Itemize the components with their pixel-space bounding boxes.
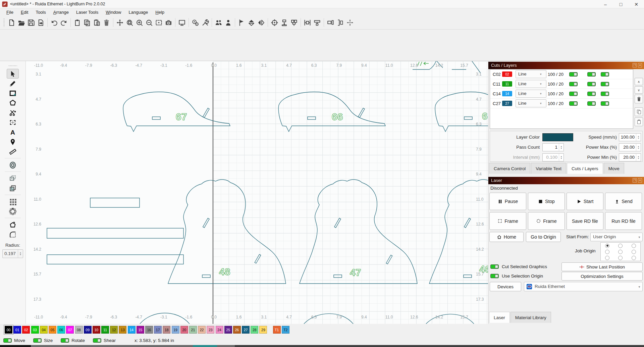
palette-swatch-02[interactable]: 02 bbox=[22, 326, 30, 334]
layer-color-badge[interactable]: 11 bbox=[502, 81, 512, 87]
job-origin-radio-4[interactable] bbox=[618, 250, 623, 254]
tool-snip-button[interactable] bbox=[7, 108, 19, 117]
layer-show-toggle[interactable] bbox=[587, 82, 596, 86]
panel-tab-laser[interactable]: Laser bbox=[489, 312, 510, 323]
palette-swatch-22[interactable]: 22 bbox=[198, 326, 206, 334]
tool-rect-button[interactable] bbox=[7, 88, 19, 98]
power-max-input[interactable]: 20.00▲▼ bbox=[619, 143, 641, 151]
panel-tab-material-library[interactable]: Material Library bbox=[511, 312, 551, 323]
pan-view-button[interactable] bbox=[115, 17, 125, 28]
tool-fillet-button[interactable] bbox=[7, 230, 19, 239]
tool-draw-button[interactable] bbox=[7, 79, 19, 88]
zoom-page-button[interactable] bbox=[125, 17, 135, 28]
menu-window[interactable]: Window bbox=[102, 9, 125, 15]
layer-move-down-button[interactable]: ∨ bbox=[635, 86, 643, 94]
run-rd-file-button[interactable]: Run RD file bbox=[605, 212, 642, 230]
menu-laser-tools[interactable]: Laser Tools bbox=[72, 9, 102, 15]
palette-swatch-20[interactable]: 20 bbox=[180, 326, 188, 334]
palette-swatch-05[interactable]: 05 bbox=[49, 326, 56, 334]
layer-mode-select[interactable]: Line▾ bbox=[516, 70, 546, 78]
minimize-button[interactable]: – bbox=[598, 0, 613, 8]
device-pin-button[interactable] bbox=[279, 17, 289, 28]
layer-row-C14[interactable]: C14 14 Line▾ 100 / 20 bbox=[490, 89, 633, 99]
goto-origin-button[interactable]: Go to Origin bbox=[526, 232, 561, 242]
menu-help[interactable]: Help bbox=[152, 9, 168, 15]
zoom-out-button[interactable] bbox=[144, 17, 154, 28]
start-from-select[interactable]: User Origin▾ bbox=[590, 233, 643, 241]
preview-monitor-button[interactable] bbox=[177, 17, 187, 28]
layer-output-toggle[interactable] bbox=[569, 92, 578, 96]
design-canvas[interactable]: 67666484746 -11.0-9.4-7.9-6.3-4.7-3.1-1.… bbox=[26, 61, 488, 324]
palette-swatch-04[interactable]: 04 bbox=[40, 326, 48, 334]
layer-row-C27[interactable]: C27 27 Line▾ 100 / 20 bbox=[490, 99, 633, 108]
palette-swatch-19[interactable]: 19 bbox=[172, 326, 179, 334]
palette-swatch-16[interactable]: 16 bbox=[145, 326, 153, 334]
palette-swatch-13[interactable]: 13 bbox=[119, 326, 126, 334]
copy-button[interactable] bbox=[82, 17, 92, 28]
undo-button[interactable] bbox=[49, 17, 59, 28]
save-file-button[interactable] bbox=[26, 17, 36, 28]
palette-swatch-09[interactable]: 09 bbox=[84, 326, 92, 334]
tool-offset-button[interactable] bbox=[7, 160, 19, 170]
layer-air-toggle[interactable] bbox=[601, 72, 609, 77]
float-panel-icon[interactable]: ❐ bbox=[633, 178, 637, 183]
tab-camera-control[interactable]: Camera Control bbox=[489, 163, 530, 174]
tool-weld-button[interactable] bbox=[7, 174, 19, 183]
pass-count-input[interactable]: 1▲▼ bbox=[542, 143, 564, 151]
speed-input[interactable]: 100.00▲▼ bbox=[619, 133, 641, 141]
palette-swatch-15[interactable]: 15 bbox=[137, 326, 144, 334]
layer-color-badge[interactable]: 14 bbox=[502, 91, 512, 96]
layer-color-swatch[interactable] bbox=[542, 133, 573, 141]
layer-air-toggle[interactable] bbox=[601, 101, 609, 106]
float-panel-icon[interactable]: ❐ bbox=[633, 63, 637, 67]
palette-swatch-28[interactable]: 28 bbox=[251, 326, 258, 334]
job-origin-radio-7[interactable] bbox=[618, 256, 623, 260]
tool-boolean-button[interactable] bbox=[7, 183, 19, 193]
palette-swatch-26[interactable]: 26 bbox=[233, 326, 241, 334]
frame-selection-button[interactable] bbox=[154, 17, 164, 28]
layer-mode-select[interactable]: Line▾ bbox=[516, 80, 546, 88]
power-min-input[interactable]: 20.00▲▼ bbox=[619, 153, 641, 161]
layer-copy-button[interactable] bbox=[635, 107, 643, 116]
job-origin-radio-0[interactable] bbox=[605, 244, 609, 248]
palette-swatch-06[interactable]: 06 bbox=[57, 326, 65, 334]
tools-wrench-button[interactable] bbox=[200, 17, 210, 28]
status-rotate-toggle[interactable] bbox=[61, 338, 69, 343]
use-selection-origin-toggle[interactable] bbox=[490, 274, 499, 278]
tool-edit-vectors-button[interactable] bbox=[7, 220, 19, 230]
layer-paste-button[interactable] bbox=[635, 117, 643, 126]
tool-text-button[interactable]: A bbox=[7, 127, 19, 137]
layer-mode-select[interactable]: Line▾ bbox=[516, 99, 546, 107]
tool-nodes-button[interactable] bbox=[7, 117, 19, 127]
palette-swatch-17[interactable]: 17 bbox=[154, 326, 162, 334]
menu-arrange[interactable]: Arrange bbox=[50, 9, 72, 15]
start-button[interactable]: Start bbox=[567, 193, 603, 210]
dock-window-button[interactable] bbox=[326, 17, 335, 28]
status-shear-toggle[interactable] bbox=[93, 338, 101, 343]
status-size-toggle[interactable] bbox=[33, 338, 42, 343]
layer-show-toggle[interactable] bbox=[587, 72, 596, 77]
camera-capture-button[interactable] bbox=[164, 17, 173, 28]
send-button[interactable]: Send bbox=[605, 193, 642, 210]
palette-swatch-18[interactable]: 18 bbox=[163, 326, 170, 334]
devices-button[interactable]: Devices bbox=[490, 282, 521, 291]
mirror-horizontal-button[interactable] bbox=[256, 17, 266, 28]
palette-swatch-01[interactable]: 01 bbox=[13, 326, 21, 334]
layer-row-C11[interactable]: C11 11 Line▾ 100 / 20 bbox=[490, 79, 633, 89]
device-select[interactable]: RD Ruida Ethernet▾ bbox=[524, 282, 643, 291]
send-flag-button[interactable] bbox=[237, 17, 247, 28]
layer-output-toggle[interactable] bbox=[569, 72, 578, 77]
pause-button[interactable]: Pause bbox=[489, 193, 526, 210]
tool-select-button[interactable] bbox=[7, 69, 19, 79]
import-file-button[interactable] bbox=[36, 17, 46, 28]
palette-swatch-11[interactable]: 11 bbox=[101, 326, 109, 334]
optimization-settings-button[interactable]: Optimization Settings bbox=[561, 272, 643, 281]
rect-shape[interactable] bbox=[47, 255, 183, 264]
tool-pin-button[interactable] bbox=[7, 137, 19, 147]
tool-grid-array-button[interactable] bbox=[7, 197, 19, 206]
zoom-in-button[interactable] bbox=[135, 17, 144, 28]
rect-shape[interactable] bbox=[90, 198, 140, 207]
job-origin-radio-5[interactable] bbox=[632, 250, 636, 254]
group-user-button[interactable] bbox=[223, 17, 233, 28]
close-panel-icon[interactable]: ✕ bbox=[638, 178, 642, 183]
